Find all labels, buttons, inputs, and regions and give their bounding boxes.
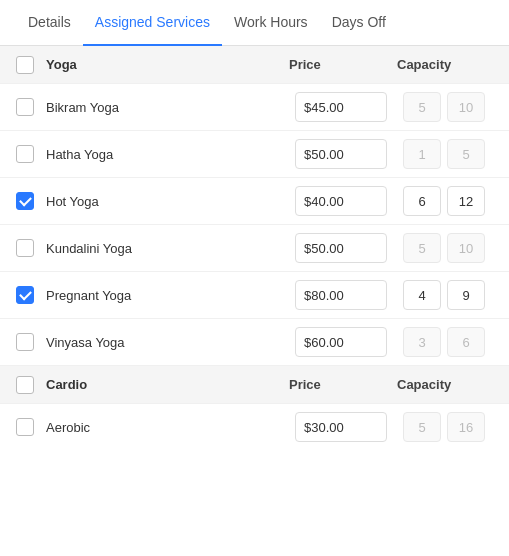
capacity-max-pregnant[interactable] — [447, 280, 485, 310]
price-header: Price — [289, 377, 389, 392]
service-row-bikram: Bikram Yoga — [0, 84, 509, 131]
capacity-max-kundalini — [447, 233, 485, 263]
price-input-bikram[interactable] — [295, 92, 387, 122]
capacity-min-hatha — [403, 139, 441, 169]
section-title: Cardio — [46, 377, 289, 392]
service-row-pregnant: Pregnant Yoga — [0, 272, 509, 319]
price-input-pregnant[interactable] — [295, 280, 387, 310]
service-name-aerobic: Aerobic — [46, 420, 295, 435]
service-name-vinyasa: Vinyasa Yoga — [46, 335, 295, 350]
capacity-min-pregnant[interactable] — [403, 280, 441, 310]
capacity-max-vinyasa — [447, 327, 485, 357]
capacity-min-hot[interactable] — [403, 186, 441, 216]
service-name-hatha: Hatha Yoga — [46, 147, 295, 162]
capacity-min-aerobic — [403, 412, 441, 442]
section-header-yoga: YogaPriceCapacity — [0, 46, 509, 84]
price-input-vinyasa[interactable] — [295, 327, 387, 357]
capacity-min-bikram — [403, 92, 441, 122]
tab-work-hours[interactable]: Work Hours — [222, 0, 320, 46]
checkbox-hot[interactable] — [16, 192, 34, 210]
capacity-header: Capacity — [397, 57, 487, 72]
header-checkbox-cardio[interactable] — [16, 376, 34, 394]
price-header: Price — [289, 57, 389, 72]
tab-assigned-services[interactable]: Assigned Services — [83, 0, 222, 46]
capacity-max-hot[interactable] — [447, 186, 485, 216]
price-input-hot[interactable] — [295, 186, 387, 216]
capacity-max-aerobic — [447, 412, 485, 442]
section-title: Yoga — [46, 57, 289, 72]
service-name-bikram: Bikram Yoga — [46, 100, 295, 115]
service-name-hot: Hot Yoga — [46, 194, 295, 209]
checkbox-hatha[interactable] — [16, 145, 34, 163]
service-row-vinyasa: Vinyasa Yoga — [0, 319, 509, 366]
service-row-hot: Hot Yoga — [0, 178, 509, 225]
capacity-min-kundalini — [403, 233, 441, 263]
service-row-hatha: Hatha Yoga — [0, 131, 509, 178]
price-input-aerobic[interactable] — [295, 412, 387, 442]
price-input-hatha[interactable] — [295, 139, 387, 169]
service-name-kundalini: Kundalini Yoga — [46, 241, 295, 256]
checkbox-bikram[interactable] — [16, 98, 34, 116]
capacity-min-vinyasa — [403, 327, 441, 357]
service-row-kundalini: Kundalini Yoga — [0, 225, 509, 272]
checkbox-aerobic[interactable] — [16, 418, 34, 436]
capacity-max-bikram — [447, 92, 485, 122]
checkbox-pregnant[interactable] — [16, 286, 34, 304]
capacity-max-hatha — [447, 139, 485, 169]
service-name-pregnant: Pregnant Yoga — [46, 288, 295, 303]
tab-details[interactable]: Details — [16, 0, 83, 46]
tabs-bar: DetailsAssigned ServicesWork HoursDays O… — [0, 0, 509, 46]
checkbox-vinyasa[interactable] — [16, 333, 34, 351]
header-checkbox-yoga[interactable] — [16, 56, 34, 74]
checkbox-kundalini[interactable] — [16, 239, 34, 257]
service-row-aerobic: Aerobic — [0, 404, 509, 450]
tab-days-off[interactable]: Days Off — [320, 0, 398, 46]
price-input-kundalini[interactable] — [295, 233, 387, 263]
content-area: YogaPriceCapacityBikram YogaHatha YogaHo… — [0, 46, 509, 450]
capacity-header: Capacity — [397, 377, 487, 392]
section-header-cardio: CardioPriceCapacity — [0, 366, 509, 404]
